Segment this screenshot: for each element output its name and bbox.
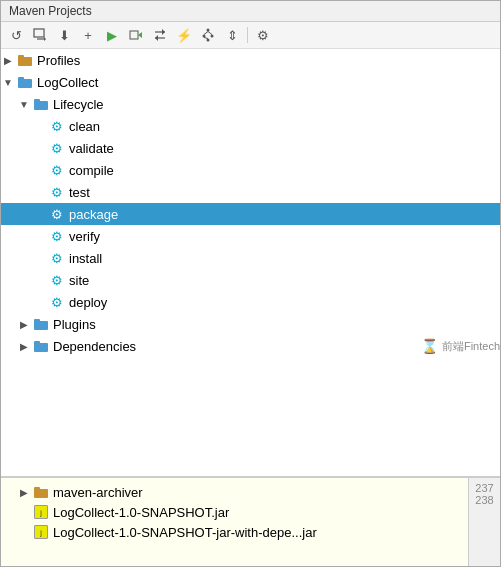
refresh-button[interactable]: ↺ <box>5 24 27 46</box>
tree-item-test[interactable]: ⚙ test <box>1 181 500 203</box>
tree-item-dependencies[interactable]: ▶ Dependencies ⌛ 前端Fintech <box>1 335 500 357</box>
label-install: install <box>67 251 102 266</box>
sort-button[interactable]: ⇕ <box>221 24 243 46</box>
folder-profiles-icon <box>17 52 33 68</box>
toggle-maven-archiver[interactable]: ▶ <box>17 485 31 499</box>
import-button[interactable] <box>29 24 51 46</box>
loading-text: 前端Fintech <box>442 339 500 354</box>
gear-install-icon: ⚙ <box>49 250 65 266</box>
import-icon <box>33 28 47 42</box>
line-number-237: 237 <box>475 482 493 494</box>
tree-item-compile[interactable]: ⚙ compile <box>1 159 500 181</box>
toggle-clean <box>33 119 47 133</box>
svg-line-15 <box>204 38 208 39</box>
svg-rect-0 <box>34 29 44 37</box>
svg-marker-8 <box>155 35 158 41</box>
tree-item-jar1[interactable]: j LogCollect-1.0-SNAPSHOT.jar <box>1 502 466 522</box>
tree-icon <box>201 28 215 42</box>
add-button[interactable]: + <box>77 24 99 46</box>
gear-package-icon: ⚙ <box>49 206 65 222</box>
label-dependencies: Dependencies <box>51 339 136 354</box>
jar2-icon: j <box>33 524 49 540</box>
label-jar1: LogCollect-1.0-SNAPSHOT.jar <box>51 505 229 520</box>
toggle-profiles[interactable]: ▶ <box>1 53 15 67</box>
line-number-238: 238 <box>475 494 493 506</box>
panel-title: Maven Projects <box>1 1 500 22</box>
toolbar: ↺ ⬇ + ▶ ⚡ <box>1 22 500 49</box>
toggle-validate <box>33 141 47 155</box>
tree-item-logcollect[interactable]: ▼ LogCollect <box>1 71 500 93</box>
toolbar-separator <box>247 27 248 43</box>
folder-lifecycle-icon <box>33 96 49 112</box>
label-package: package <box>67 207 118 222</box>
loading-indicator: ⌛ 前端Fintech <box>421 338 500 354</box>
label-deploy: deploy <box>67 295 107 310</box>
run-debug-button[interactable] <box>125 24 147 46</box>
tree-item-site[interactable]: ⚙ site <box>1 269 500 291</box>
label-logcollect: LogCollect <box>35 75 98 90</box>
svg-line-14 <box>208 32 212 35</box>
run-debug-icon <box>129 28 143 42</box>
folder-logcollect-icon <box>17 74 33 90</box>
svg-marker-2 <box>44 37 46 41</box>
gear-deploy-icon: ⚙ <box>49 294 65 310</box>
gear-verify-icon: ⚙ <box>49 228 65 244</box>
label-verify: verify <box>67 229 100 244</box>
download-button[interactable]: ⬇ <box>53 24 75 46</box>
label-validate: validate <box>67 141 114 156</box>
toggle-deploy <box>33 295 47 309</box>
tree-item-plugins[interactable]: ▶ Plugins <box>1 313 500 335</box>
toggle-jar2 <box>17 525 31 539</box>
lightning-button[interactable]: ⚡ <box>173 24 195 46</box>
tree-item-maven-archiver[interactable]: ▶ maven-archiver <box>1 482 466 502</box>
folder-dependencies-icon <box>33 338 49 354</box>
folder-maven-archiver-icon <box>33 484 49 500</box>
svg-rect-3 <box>130 31 138 39</box>
toggle-logcollect[interactable]: ▼ <box>1 75 15 89</box>
svg-point-10 <box>203 35 206 38</box>
tree-item-validate[interactable]: ⚙ validate <box>1 137 500 159</box>
tree-item-package[interactable]: ⚙ package <box>1 203 500 225</box>
jar1-icon: j <box>33 504 49 520</box>
svg-marker-7 <box>162 29 165 35</box>
toggle-dependencies[interactable]: ▶ <box>17 339 31 353</box>
label-jar2: LogCollect-1.0-SNAPSHOT-jar-with-depe...… <box>51 525 317 540</box>
tree-item-clean[interactable]: ⚙ clean <box>1 115 500 137</box>
gear-clean-icon: ⚙ <box>49 118 65 134</box>
maven-projects-panel: Maven Projects ↺ ⬇ + ▶ <box>0 0 501 567</box>
bottom-area: ▶ maven-archiver j LogCollect-1.0-SNAPSH… <box>1 476 500 566</box>
tree-item-install[interactable]: ⚙ install <box>1 247 500 269</box>
tree-item-jar2[interactable]: j LogCollect-1.0-SNAPSHOT-jar-with-depe.… <box>1 522 466 542</box>
label-compile: compile <box>67 163 114 178</box>
svg-point-11 <box>211 35 214 38</box>
toggle-plugins[interactable]: ▶ <box>17 317 31 331</box>
label-plugins: Plugins <box>51 317 96 332</box>
toggle-test <box>33 185 47 199</box>
spinner-icon: ⌛ <box>421 338 438 354</box>
toggle-jar1 <box>17 505 31 519</box>
tree-item-verify[interactable]: ⚙ verify <box>1 225 500 247</box>
tree-view-button[interactable] <box>197 24 219 46</box>
tree-item-lifecycle[interactable]: ▼ Lifecycle <box>1 93 500 115</box>
bottom-tree: ▶ maven-archiver j LogCollect-1.0-SNAPSH… <box>1 478 500 546</box>
settings-button[interactable]: ⚙ <box>252 24 274 46</box>
toggle-compile <box>33 163 47 177</box>
label-lifecycle: Lifecycle <box>51 97 104 112</box>
toggle-offline-button[interactable] <box>149 24 171 46</box>
toggle-site <box>33 273 47 287</box>
gear-compile-icon: ⚙ <box>49 162 65 178</box>
gear-test-icon: ⚙ <box>49 184 65 200</box>
run-button[interactable]: ▶ <box>101 24 123 46</box>
label-profiles: Profiles <box>35 53 80 68</box>
label-site: site <box>67 273 89 288</box>
tree-item-deploy[interactable]: ⚙ deploy <box>1 291 500 313</box>
toggle-install <box>33 251 47 265</box>
tree-area: ▶ Profiles ▼ LogCollect ▼ Lifecycle <box>1 49 500 476</box>
svg-line-13 <box>204 32 208 35</box>
label-test: test <box>67 185 90 200</box>
gear-validate-icon: ⚙ <box>49 140 65 156</box>
toggle-icon <box>153 28 167 42</box>
toggle-lifecycle[interactable]: ▼ <box>17 97 31 111</box>
tree-item-profiles[interactable]: ▶ Profiles <box>1 49 500 71</box>
gear-site-icon: ⚙ <box>49 272 65 288</box>
